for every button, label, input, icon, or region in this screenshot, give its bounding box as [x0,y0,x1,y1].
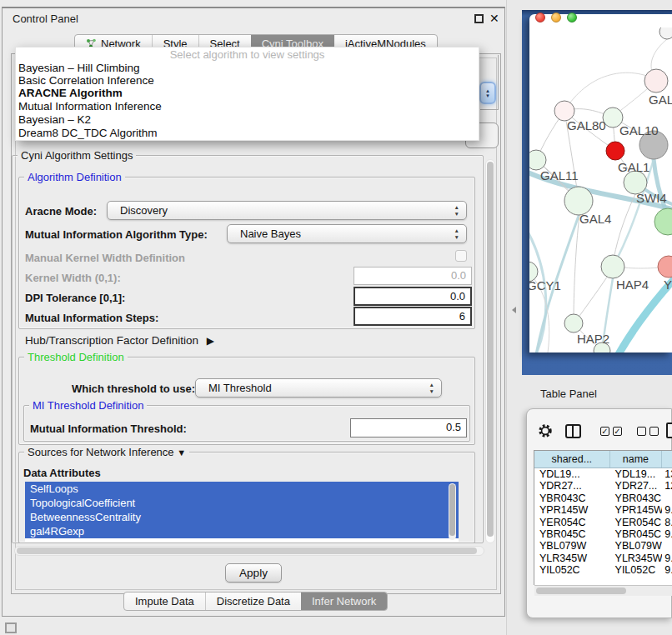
node-label: GAL4 [579,212,611,226]
dropdown-item[interactable]: Mutual Information Inference [18,100,162,112]
settings-vertical-scrollbar[interactable] [485,159,495,543]
document-icon[interactable] [666,422,672,438]
table-row[interactable]: YDR27...YDR27...12 [534,480,672,492]
node-label: SWI4 [636,191,667,205]
table-row[interactable]: YER054CYER054C8. [534,517,672,528]
node-label: GAL10 [619,123,659,138]
mi-steps-label: Mutual Information Steps: [25,312,158,324]
dropdown-item[interactable]: Bayesian – K2 [18,113,91,126]
table-header-row: shared... name A [534,451,672,468]
mi-algorithm-type-combo[interactable]: Naive Bayes ▲▼ [227,224,467,243]
tab-discretize-data[interactable]: Discretize Data [205,592,301,610]
which-threshold-combo[interactable]: MI Threshold ▲▼ [195,378,442,398]
node-gal11[interactable] [529,150,546,170]
node-label: GAL80 [567,118,606,132]
algorithm-definition-title: Algorithm Definition [24,171,125,183]
table-panel-title: Table Panel [540,388,597,400]
unchecked-box-icon[interactable] [637,427,646,436]
settings-horizontal-scrollbar[interactable] [14,546,484,556]
column-header-shared[interactable]: shared... [534,451,610,468]
dropdown-item-selected[interactable]: ARACNE Algorithm [18,87,123,99]
node-label: GAL [649,92,672,107]
mi-threshold-label: Mutual Information Threshold: [30,422,187,435]
dpi-tolerance-label: DPI Tolerance [0,1]: [25,292,125,304]
node-red-selected[interactable] [606,142,624,160]
mi-threshold-title: MI Threshold Definition [29,399,147,412]
node-gal-top[interactable] [644,69,668,92]
window-minimize-button[interactable] [551,12,561,22]
attribute-item[interactable]: gal4RGexp [25,524,459,538]
collapsed-panel-icon[interactable] [5,622,17,633]
data-attributes-label: Data Attributes [23,467,101,479]
combo-arrows-icon: ▲▼ [429,382,434,395]
kernel-width-field[interactable]: 0.0 [354,267,472,285]
settings-group-title: Cyni Algorithm Settings [18,149,136,162]
node-label: GAL11 [540,168,579,182]
threshold-definition-title: Threshold Definition [24,351,128,363]
application-window: Control Panel ✕ Network Style Select Cyn… [0,0,672,635]
attribute-item[interactable]: BetweennessCentrality [25,510,459,524]
inference-groupbox-edge [498,55,499,110]
attribute-item[interactable]: SelfLoops [25,482,459,496]
column-header-clipped[interactable]: A [662,451,672,468]
unchecked-box-icon[interactable] [649,427,659,436]
table-row[interactable]: YBR045CYBR045C9. [534,528,672,540]
network-canvas[interactable]: GAL GAL80 GAL10 GAL1 GAL11 SWI4 GAL4 GCY… [529,28,672,352]
kernel-width-label: Kernel Width (0,1): [25,272,121,284]
dropdown-prompt: Select algorithm to view settings [16,48,479,61]
node-label: GAL1 [618,160,649,174]
node-salmon-right[interactable] [658,256,672,278]
combo-arrows-icon: ▲▼ [454,204,459,218]
table-row[interactable]: YPR145WYPR145W9. [534,504,672,516]
attribute-item[interactable]: TopologicalCoefficient [25,496,459,510]
checked-box-icon[interactable]: ✓ [600,427,609,436]
algorithm-combo-stepper[interactable]: ▲▼ [479,82,496,104]
checked-box-icon[interactable]: ✓ [613,427,622,436]
node-hap2[interactable] [564,314,583,332]
which-threshold-label: Which threshold to use: [72,382,195,395]
mi-threshold-field[interactable]: 0.5 [350,418,467,438]
node-label: HAP2 [577,332,609,346]
dropdown-item[interactable]: Basic Correlation Inference [18,74,154,87]
data-attributes-list: SelfLoops TopologicalCoefficient Between… [25,482,459,542]
gear-icon[interactable] [538,423,553,438]
node-unlabeled-top[interactable] [659,28,672,39]
dpi-tolerance-field[interactable]: 0.0 [354,287,472,306]
dropdown-item[interactable]: Dream8 DC_TDC Algorithm [18,127,158,139]
dropdown-item[interactable]: Bayesian – Hill Climbing [18,62,140,74]
node-gal4[interactable] [564,187,593,215]
manual-kernel-label: Manual Kernel Width Definition [25,252,185,264]
apply-button[interactable]: Apply [225,563,282,582]
table-row[interactable]: YLR345WYLR345W9. [534,552,672,564]
split-pane-handle[interactable] [512,307,516,313]
aracne-mode-label: Aracne Mode: [25,205,97,218]
table-row[interactable]: YBL079WYBL079W [534,540,672,552]
column-layout-icon[interactable] [565,424,581,438]
sources-title[interactable]: Sources for Network Inference ▼ [24,446,189,458]
window-close-button[interactable] [535,12,545,22]
inference-groupbox-edge-bottom [480,109,499,110]
tab-impute-data[interactable]: Impute Data [124,592,205,610]
expanded-arrow-icon: ▼ [177,448,186,458]
combo-arrows-icon: ▲▼ [454,228,459,241]
node-hap4[interactable] [601,255,624,278]
close-panel-icon[interactable]: ✕ [489,12,499,25]
node-green-right[interactable] [654,208,672,235]
table-row[interactable]: YBR043CYBR043C [534,492,672,504]
attribute-list-scrollbar[interactable] [449,483,456,540]
node-table: shared... name A YDL19...YDL19...13 YDR2… [534,450,672,585]
mi-steps-field[interactable]: 6 [354,307,472,326]
aracne-mode-combo[interactable]: Discovery ▲▼ [107,201,467,220]
manual-kernel-checkbox[interactable] [455,250,467,262]
node-label: HAP4 [616,278,649,292]
column-header-name[interactable]: name [610,451,663,468]
table-horizontal-scrollbar[interactable] [534,585,672,596]
float-panel-icon[interactable] [474,14,484,23]
hub-definition-toggle[interactable]: Hub/Transcription Factor Definition ▶ [25,334,214,347]
table-row[interactable]: YIL052CYIL052C9. [534,564,672,576]
collapsed-arrow-icon: ▶ [207,335,214,347]
bottom-tabbar: Impute Data Discretize Data Infer Networ… [123,592,388,611]
tab-infer-network[interactable]: Infer Network [301,592,387,610]
window-zoom-button[interactable] [567,12,577,22]
table-row[interactable]: YDL19...YDL19...13 [534,468,672,480]
